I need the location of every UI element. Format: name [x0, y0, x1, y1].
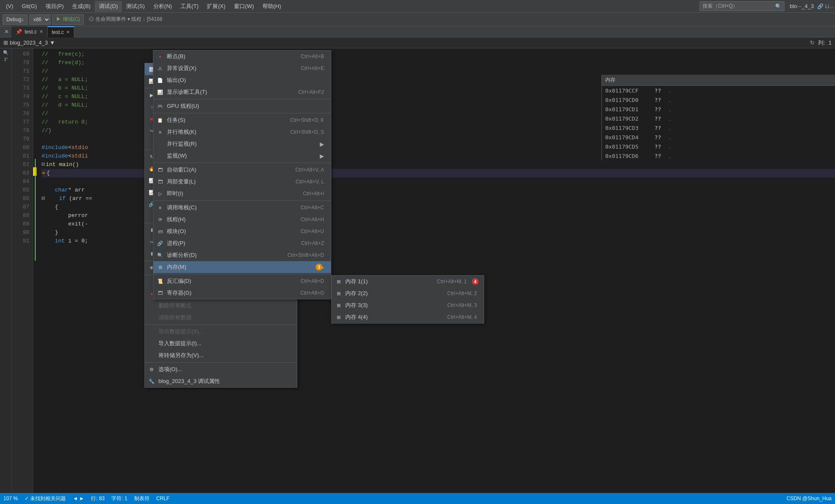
window-processes[interactable]: 🔗 进程(P) Ctrl+Alt+Z [153, 237, 331, 249]
memory1-icon: ⊞ [335, 278, 342, 285]
save-dump-icon [148, 352, 155, 359]
status-bar: 107 % ✓ 未找到相关问题 ◄ ► 行: 83 字符: 1 制表符 CRLF… [0, 493, 835, 504]
memory3-icon: ⊞ [335, 302, 342, 309]
menu-item-test[interactable]: 测试(S) [122, 1, 149, 12]
window-breakpoints[interactable]: ● 断点(B) Ctrl+Alt+B [153, 51, 331, 62]
diag-label: 显示诊断工具(T) [167, 88, 207, 96]
memory-window-label: 内存(M) [167, 263, 186, 271]
status-scroll[interactable]: ◄ ► [73, 496, 84, 501]
status-ok: ✓ 未找到相关问题 [25, 495, 66, 502]
tab-close-active-button[interactable]: ✕ [66, 30, 70, 34]
options-label: 选项(O)... [158, 366, 182, 373]
sep-w5 [153, 274, 331, 274]
modules-label: 模块(O) [167, 228, 186, 235]
tab-testc-pinned[interactable]: 📌 test.c ✕ [11, 26, 48, 37]
delete-bp-icon [148, 302, 155, 309]
window-threads[interactable]: ⟳ 线程(H) Ctrl+Alt+H [153, 214, 331, 225]
window-output[interactable]: 📄 输出(O) [153, 74, 331, 86]
parallel-watch-label: 并行监视(R) [167, 140, 197, 148]
memory-3[interactable]: ⊞ 内存 3(3) Ctrl+Alt+M, 3 [332, 299, 484, 311]
window-gpu[interactable]: 🎮 GPU 线程(U) [153, 100, 331, 112]
close-panel-button[interactable]: ✕ [2, 28, 11, 35]
window-call-stack[interactable]: ≡ 调用堆栈(C) Ctrl+Alt+C [153, 202, 331, 214]
tab-close-button[interactable]: ✕ [39, 29, 43, 34]
processes-icon: 🔗 [157, 240, 164, 247]
sep-w1 [153, 99, 331, 99]
window-exception[interactable]: ⚠ 异常设置(X) Ctrl+Alt+E [153, 62, 331, 74]
memory-4[interactable]: ⊞ 内存 4(4) Ctrl+Alt+M, 4 [332, 311, 484, 323]
disasm-label: 反汇编(D) [167, 277, 191, 285]
gpu-label: GPU 线程(U) [167, 102, 199, 110]
save-dump-label: 将转储另存为(V)... [158, 352, 203, 359]
tab-label: test.c [25, 29, 37, 35]
menu-item-tools[interactable]: 工具(T) [176, 1, 203, 12]
window-immediate[interactable]: ▷ 即时(I) Ctrl+Alt+I [153, 188, 331, 200]
tab-bar: ✕ 📌 test.c ✕ test.c ✕ [0, 26, 835, 37]
debug-menu-options[interactable]: ⚙ 选项(O)... [145, 363, 297, 375]
debug-menu-properties[interactable]: 🔧 blog_2023_4_3 调试属性 [145, 375, 297, 387]
parallel-watch-arrow: ▶ [320, 141, 324, 147]
memory4-icon: ⊞ [335, 314, 342, 321]
window-memory[interactable]: ⊞ 内存(M) ▶ 3 [153, 261, 331, 273]
menu-item-window[interactable]: 窗口(W) [230, 1, 258, 12]
memory3-shortcut: Ctrl+Alt+M, 3 [447, 302, 477, 308]
window-autos[interactable]: 🗔 自动窗口(A) Ctrl+Alt+V, A [153, 164, 331, 176]
file-selector[interactable]: ⊞ blog_2023_4_3 ▼ [3, 39, 55, 46]
exception-label: 异常设置(X) [167, 65, 196, 72]
locals-label: 局部变量(L) [167, 178, 196, 186]
menu-item-debug[interactable]: 调试(D) [95, 1, 122, 12]
debug-menu-clear-data: 清除所有数据 [145, 312, 297, 324]
search-box[interactable]: 搜索（Ctrl+Q） 🔍 [700, 1, 784, 11]
menu-item-project[interactable]: 项目(P) [41, 1, 68, 12]
import-label: 导入数据提示(I)... [158, 340, 201, 347]
search-icon: 🔍 [775, 3, 781, 9]
breakpoints-shortcut: Ctrl+Alt+B [301, 53, 324, 59]
autos-icon: 🗔 [157, 166, 164, 173]
memory-1[interactable]: ⊞ 内存 1(1) Ctrl+Alt+M, 1 4 [332, 276, 484, 287]
continue-button[interactable]: ▶ 继续(C) [52, 14, 84, 25]
clear-data-label: 清除所有数据 [158, 314, 192, 321]
debug-config-button[interactable]: Debug↓ [3, 14, 28, 25]
breakpoint-icon: ● [157, 53, 164, 60]
toolbar-main: Debug↓ x86 ▶ 继续(C) ◎ 生命周期事件 ▾ 线程：[54168 [0, 13, 835, 26]
debug-menu-delete-bp: 删除所有断点 [145, 300, 297, 312]
window-modules[interactable]: 🗃 模块(O) Ctrl+Alt+U [153, 225, 331, 237]
menu-item-analyze[interactable]: 分析(N) [149, 1, 176, 12]
registers-label: 寄存器(G) [167, 289, 192, 297]
debug-menu-import-tips[interactable]: 导入数据提示(I)... [145, 338, 297, 349]
properties-icon: 🔧 [148, 378, 155, 385]
menu-item-v[interactable]: (V) [2, 1, 17, 11]
window-parallel-watch[interactable]: 并行监视(R) ▶ [153, 138, 331, 150]
threads-label: 线程(H) [167, 216, 186, 223]
menu-item-git[interactable]: Git(G) [17, 1, 41, 11]
memory-2[interactable]: ⊞ 内存 2(2) Ctrl+Alt+M, 2 [332, 287, 484, 299]
menu-item-build[interactable]: 生成(B) [68, 1, 95, 12]
menu-item-extend[interactable]: 扩展(X) [203, 1, 229, 12]
tab-testc-active[interactable]: test.c ✕ [48, 26, 75, 37]
modules-shortcut: Ctrl+Alt+U [301, 228, 324, 234]
disasm-shortcut: Ctrl+Alt+D [301, 278, 324, 284]
window-disasm[interactable]: 📜 反汇编(D) Ctrl+Alt+D [153, 275, 331, 287]
menu-item-help[interactable]: 帮助(H) [258, 1, 285, 12]
window-parallel-stack[interactable]: ≡ 并行堆栈(K) Ctrl+Shift+D, S [153, 126, 331, 138]
window-tasks[interactable]: 📋 任务(S) Ctrl+Shift+D, K [153, 114, 331, 126]
window-diag-analysis[interactable]: 🔍 诊断分析(D) Ctrl+Shift+Alt+D [153, 249, 331, 261]
search-placeholder: 搜索（Ctrl+Q） [702, 3, 738, 10]
arch-select[interactable]: x86 [29, 14, 51, 25]
output-label: 输出(O) [167, 76, 186, 84]
gpu-icon: 🎮 [157, 103, 164, 110]
task-icon: 📋 [157, 117, 164, 124]
window-diag-tools[interactable]: 📊 显示诊断工具(T) Ctrl+Alt+F2 [153, 86, 331, 98]
debug-menu-export-tips: 导出数据提示(X)... [145, 326, 297, 338]
live-share-link[interactable]: 🔗 Li... [817, 3, 833, 9]
memory-submenu: ⊞ 内存 1(1) Ctrl+Alt+M, 1 4 ⊞ 内存 2(2) Ctrl… [331, 275, 484, 324]
immediate-icon: ▷ [157, 190, 164, 197]
file-dropdown-icon: ▼ [50, 39, 55, 46]
debug-menu-save-dump[interactable]: 将转储另存为(V)... [145, 349, 297, 361]
col-label: 列: [818, 39, 825, 47]
call-stack-icon: ≡ [157, 204, 164, 211]
window-registers[interactable]: 🗔 寄存器(G) Ctrl+Alt+G [153, 287, 331, 299]
refresh-icon[interactable]: ↻ [810, 39, 815, 46]
window-watch[interactable]: 监视(W) ▶ [153, 150, 331, 162]
window-locals[interactable]: 🗔 局部变量(L) Ctrl+Alt+V, L [153, 176, 331, 188]
